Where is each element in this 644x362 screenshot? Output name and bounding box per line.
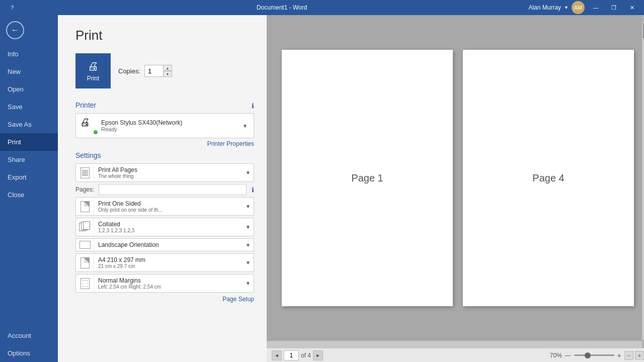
sidebar: ← Info New Open Save Save As Print Share… — [0, 15, 58, 362]
titlebar-title: Document1 - Word — [35, 4, 528, 11]
zoom-level-label: 70% — [550, 352, 562, 359]
printer-properties-link[interactable]: Printer Properties — [75, 140, 254, 147]
back-icon: ← — [6, 21, 24, 39]
printer-status-indicator — [93, 130, 98, 135]
zoom-section: 70% — + − + — [550, 351, 644, 360]
preview-nav: ◄ of 4 ► 70% — + − + — [267, 348, 644, 362]
sidebar-item-open[interactable]: Open — [0, 80, 58, 98]
paper-setting-text: A4 210 x 297 mm 21 cm x 29.7 cm — [94, 254, 243, 272]
collated-setting-sub: 1,2,3 1,2,3 1,2,3 — [98, 228, 238, 233]
printer-selector[interactable]: 🖨 Epson Stylus SX430(Network) Ready ▼ — [75, 113, 254, 138]
copies-section: Copies: ▲ ▼ — [118, 65, 172, 77]
vertical-scrollbar[interactable]: ▲ ▼ — [642, 15, 644, 347]
sidebar-item-save[interactable]: Save — [0, 98, 58, 116]
zoom-out-button[interactable]: − — [624, 351, 633, 360]
page4-preview: Page 4 — [463, 50, 634, 306]
restore-button[interactable]: ❐ — [607, 3, 621, 13]
user-name: Alan Murray — [528, 4, 561, 11]
copies-down-button[interactable]: ▼ — [163, 71, 172, 77]
user-info: Alan Murray ▼ AM — [528, 1, 585, 14]
printer-info-icon[interactable]: ℹ — [252, 102, 254, 110]
orientation-setting-text: Landscape Orientation — [94, 239, 243, 251]
sided-setting-arrow[interactable]: ▼ — [243, 198, 254, 215]
margins-setting-main: Normal Margins — [98, 277, 238, 284]
orientation-setting-row[interactable]: Landscape Orientation ▼ — [75, 238, 254, 251]
user-dropdown-icon[interactable]: ▼ — [564, 5, 569, 10]
pages-info-icon[interactable]: ℹ — [252, 186, 254, 194]
paper-setting-row[interactable]: A4 210 x 297 mm 21 cm x 29.7 cm ▼ — [75, 253, 254, 272]
current-page-input[interactable] — [284, 350, 299, 360]
collated-setting-arrow[interactable]: ▼ — [243, 218, 254, 236]
print-panel: Print 🖨 Print Copies: ▲ ▼ — [58, 15, 267, 362]
help-button[interactable]: ? — [5, 3, 19, 13]
print-button[interactable]: 🖨 Print — [75, 53, 111, 88]
sidebar-item-options[interactable]: Options — [0, 344, 58, 362]
prev-page-button[interactable]: ◄ — [272, 350, 282, 360]
sidebar-item-print[interactable]: Print — [0, 133, 58, 151]
scroll-down-arrow[interactable]: ▼ — [642, 340, 644, 347]
pages-setting-main: Print All Pages — [98, 166, 238, 173]
printer-icon-wrap: 🖨 — [80, 117, 98, 135]
copies-spinner: ▲ ▼ — [163, 65, 172, 77]
orientation-setting-main: Landscape Orientation — [98, 241, 238, 248]
sidebar-item-new[interactable]: New — [0, 63, 58, 80]
zoom-expand-buttons: − + — [624, 351, 644, 360]
printer-dropdown-arrow[interactable]: ▼ — [240, 122, 250, 130]
collated-setting-icon — [76, 218, 94, 236]
page1-label: Page 1 — [351, 172, 383, 184]
sided-setting-sub: Only print on one side of th... — [98, 207, 238, 213]
margins-setting-row[interactable]: Normal Margins Left: 2.54 cm Right: 2.54… — [75, 274, 254, 293]
zoom-slider[interactable] — [574, 354, 614, 356]
content-area: Print 🖨 Print Copies: ▲ ▼ — [58, 15, 644, 362]
pages-input[interactable] — [99, 184, 247, 195]
sided-setting-main: Print One Sided — [98, 200, 238, 207]
page-title: Print — [75, 28, 254, 43]
zoom-in-button[interactable]: + — [635, 351, 644, 360]
back-button[interactable]: ← — [3, 18, 28, 43]
paper-setting-icon — [76, 254, 94, 272]
titlebar: ? Document1 - Word Alan Murray ▼ AM — ❐ … — [0, 0, 644, 15]
page-setup-link[interactable]: Page Setup — [75, 296, 254, 303]
scroll-up-arrow[interactable]: ▲ — [642, 15, 644, 22]
copies-up-button[interactable]: ▲ — [163, 65, 172, 71]
paper-setting-main: A4 210 x 297 mm — [98, 256, 238, 263]
sidebar-item-close[interactable]: Close — [0, 186, 58, 204]
sidebar-item-share[interactable]: Share — [0, 151, 58, 168]
total-pages-label: of 4 — [301, 352, 311, 359]
orientation-setting-arrow[interactable]: ▼ — [243, 239, 254, 251]
paper-setting-sub: 21 cm x 29.7 cm — [98, 263, 238, 269]
printer-name: Epson Stylus SX430(Network) — [101, 119, 237, 126]
pages-label: Pages: — [75, 186, 96, 193]
pages-setting-icon — [76, 164, 94, 182]
sided-setting-row[interactable]: Print One Sided Only print on one side o… — [75, 197, 254, 216]
main-layout: ← Info New Open Save Save As Print Share… — [0, 15, 644, 362]
copies-input-wrap: ▲ ▼ — [144, 65, 172, 77]
zoom-minus-icon: — — [565, 352, 571, 359]
sidebar-item-info[interactable]: Info — [0, 45, 58, 63]
minimize-button[interactable]: — — [589, 3, 603, 13]
collated-setting-main: Collated — [98, 221, 238, 228]
sidebar-item-save-as[interactable]: Save As — [0, 116, 58, 133]
close-button[interactable]: ✕ — [625, 3, 639, 13]
sidebar-item-account[interactable]: Account — [0, 327, 58, 344]
print-button-row: 🖨 Print Copies: ▲ ▼ — [75, 53, 254, 88]
collated-setting-text: Collated 1,2,3 1,2,3 1,2,3 — [94, 218, 243, 236]
margins-setting-icon — [76, 275, 94, 292]
pages-input-row: Pages: ℹ — [75, 184, 254, 195]
pages-setting-arrow[interactable]: ▼ — [243, 164, 254, 182]
pages-setting-row[interactable]: Print All Pages The whole thing ▼ — [75, 163, 254, 182]
margins-setting-text: Normal Margins Left: 2.54 cm Right: 2.54… — [94, 275, 243, 292]
pages-setting-sub: The whole thing — [98, 173, 238, 179]
collated-setting-row[interactable]: Collated 1,2,3 1,2,3 1,2,3 ▼ — [75, 218, 254, 236]
paper-setting-arrow[interactable]: ▼ — [243, 254, 254, 272]
sidebar-item-export[interactable]: Export — [0, 168, 58, 186]
pages-setting-text: Print All Pages The whole thing — [94, 164, 243, 182]
next-page-button[interactable]: ► — [313, 350, 323, 360]
preview-scroll: Page 1 Page 4 — [267, 15, 644, 341]
horizontal-scrollbar[interactable] — [267, 341, 642, 348]
orientation-setting-icon — [76, 239, 94, 251]
printer-info: Epson Stylus SX430(Network) Ready — [101, 119, 237, 132]
preview-area: Page 1 Page 4 ▲ ▼ ◄ — [267, 15, 644, 362]
settings-section-title: Settings — [75, 151, 254, 159]
margins-setting-arrow[interactable]: ▼ — [243, 275, 254, 292]
